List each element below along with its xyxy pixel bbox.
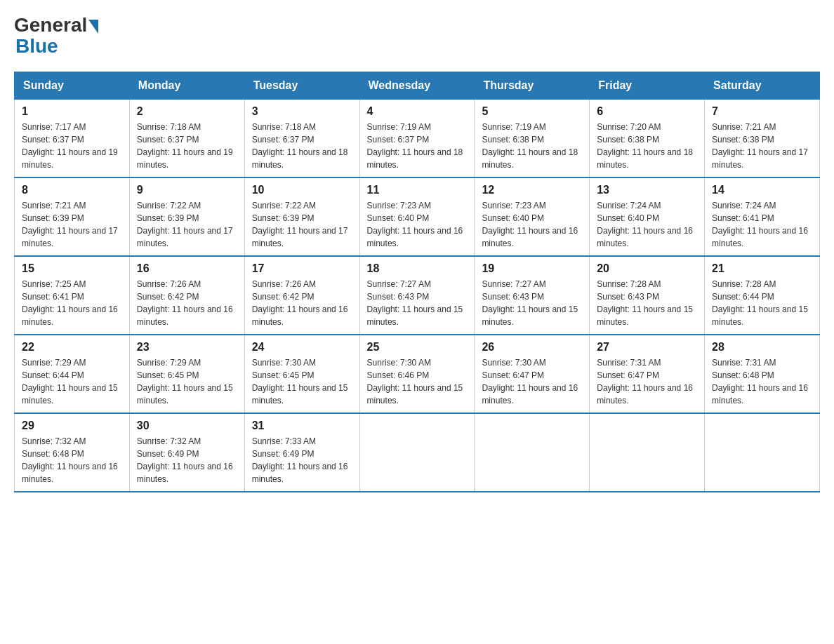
- day-info: Sunrise: 7:29 AMSunset: 6:44 PMDaylight:…: [22, 356, 122, 407]
- day-info: Sunrise: 7:17 AMSunset: 6:37 PMDaylight:…: [22, 121, 122, 171]
- calendar-table: SundayMondayTuesdayWednesdayThursdayFrid…: [14, 72, 820, 492]
- day-number: 4: [367, 105, 468, 118]
- calendar-cell: [590, 413, 705, 492]
- calendar-cell: 30Sunrise: 7:32 AMSunset: 6:49 PMDayligh…: [129, 413, 244, 492]
- day-info: Sunrise: 7:30 AMSunset: 6:45 PMDaylight:…: [252, 356, 352, 407]
- day-number: 12: [482, 184, 582, 196]
- calendar-cell: 3Sunrise: 7:18 AMSunset: 6:37 PMDaylight…: [244, 100, 359, 178]
- header-monday: Monday: [129, 72, 244, 100]
- calendar-cell: 24Sunrise: 7:30 AMSunset: 6:45 PMDayligh…: [244, 335, 359, 413]
- calendar-cell: 27Sunrise: 7:31 AMSunset: 6:47 PMDayligh…: [590, 335, 705, 413]
- calendar-cell: 19Sunrise: 7:27 AMSunset: 6:43 PMDayligh…: [475, 256, 590, 335]
- header-sunday: Sunday: [15, 72, 130, 100]
- calendar-cell: 23Sunrise: 7:29 AMSunset: 6:45 PMDayligh…: [129, 335, 244, 413]
- day-number: 29: [22, 420, 122, 432]
- calendar-cell: 4Sunrise: 7:19 AMSunset: 6:37 PMDaylight…: [359, 100, 475, 178]
- calendar-cell: 15Sunrise: 7:25 AMSunset: 6:41 PMDayligh…: [15, 256, 130, 335]
- header-saturday: Saturday: [705, 72, 820, 100]
- day-number: 15: [22, 262, 122, 275]
- calendar-cell: 13Sunrise: 7:24 AMSunset: 6:40 PMDayligh…: [590, 177, 705, 256]
- header-friday: Friday: [590, 72, 705, 100]
- header-thursday: Thursday: [475, 72, 590, 100]
- calendar-cell: 25Sunrise: 7:30 AMSunset: 6:46 PMDayligh…: [359, 335, 475, 413]
- day-number: 23: [137, 341, 237, 354]
- logo-arrow-icon: [88, 20, 98, 34]
- day-number: 25: [367, 341, 468, 354]
- day-number: 13: [597, 184, 697, 196]
- calendar-week-row: 15Sunrise: 7:25 AMSunset: 6:41 PMDayligh…: [15, 256, 820, 335]
- day-number: 6: [597, 105, 697, 118]
- day-info: Sunrise: 7:26 AMSunset: 6:42 PMDaylight:…: [137, 278, 237, 328]
- day-info: Sunrise: 7:32 AMSunset: 6:48 PMDaylight:…: [22, 435, 122, 485]
- day-number: 17: [252, 262, 352, 275]
- day-info: Sunrise: 7:33 AMSunset: 6:49 PMDaylight:…: [252, 435, 352, 485]
- calendar-week-row: 22Sunrise: 7:29 AMSunset: 6:44 PMDayligh…: [15, 335, 820, 413]
- day-info: Sunrise: 7:18 AMSunset: 6:37 PMDaylight:…: [252, 121, 352, 171]
- calendar-cell: 2Sunrise: 7:18 AMSunset: 6:37 PMDaylight…: [129, 100, 244, 178]
- day-info: Sunrise: 7:32 AMSunset: 6:49 PMDaylight:…: [137, 435, 237, 485]
- calendar-cell: 18Sunrise: 7:27 AMSunset: 6:43 PMDayligh…: [359, 256, 475, 335]
- day-info: Sunrise: 7:29 AMSunset: 6:45 PMDaylight:…: [137, 356, 237, 407]
- day-number: 27: [597, 341, 697, 354]
- day-info: Sunrise: 7:31 AMSunset: 6:47 PMDaylight:…: [597, 356, 697, 407]
- calendar-cell: 26Sunrise: 7:30 AMSunset: 6:47 PMDayligh…: [475, 335, 590, 413]
- calendar-cell: 16Sunrise: 7:26 AMSunset: 6:42 PMDayligh…: [129, 256, 244, 335]
- calendar-cell: 12Sunrise: 7:23 AMSunset: 6:40 PMDayligh…: [475, 177, 590, 256]
- day-number: 5: [482, 105, 582, 118]
- day-number: 28: [712, 341, 812, 354]
- logo: General Blue: [14, 14, 98, 58]
- calendar-cell: 31Sunrise: 7:33 AMSunset: 6:49 PMDayligh…: [244, 413, 359, 492]
- day-number: 9: [137, 184, 237, 196]
- day-info: Sunrise: 7:30 AMSunset: 6:46 PMDaylight:…: [367, 356, 468, 407]
- day-number: 22: [22, 341, 122, 354]
- day-number: 26: [482, 341, 582, 354]
- day-number: 2: [137, 105, 237, 118]
- calendar-cell: 9Sunrise: 7:22 AMSunset: 6:39 PMDaylight…: [129, 177, 244, 256]
- day-number: 8: [22, 184, 122, 196]
- day-number: 20: [597, 262, 697, 275]
- day-info: Sunrise: 7:18 AMSunset: 6:37 PMDaylight:…: [137, 121, 237, 171]
- logo-blue-text: Blue: [15, 35, 58, 58]
- day-info: Sunrise: 7:23 AMSunset: 6:40 PMDaylight:…: [482, 199, 582, 250]
- logo-general-text: General: [14, 14, 87, 36]
- calendar-cell: 10Sunrise: 7:22 AMSunset: 6:39 PMDayligh…: [244, 177, 359, 256]
- day-number: 16: [137, 262, 237, 275]
- calendar-cell: 6Sunrise: 7:20 AMSunset: 6:38 PMDaylight…: [590, 100, 705, 178]
- day-info: Sunrise: 7:26 AMSunset: 6:42 PMDaylight:…: [252, 278, 352, 328]
- day-info: Sunrise: 7:20 AMSunset: 6:38 PMDaylight:…: [597, 121, 697, 171]
- day-info: Sunrise: 7:25 AMSunset: 6:41 PMDaylight:…: [22, 278, 122, 328]
- day-info: Sunrise: 7:23 AMSunset: 6:40 PMDaylight:…: [367, 199, 468, 250]
- day-info: Sunrise: 7:30 AMSunset: 6:47 PMDaylight:…: [482, 356, 582, 407]
- day-number: 10: [252, 184, 352, 196]
- day-number: 3: [252, 105, 352, 118]
- header-tuesday: Tuesday: [244, 72, 359, 100]
- day-info: Sunrise: 7:28 AMSunset: 6:43 PMDaylight:…: [597, 278, 697, 328]
- page-header: General Blue: [14, 14, 820, 58]
- calendar-cell: 17Sunrise: 7:26 AMSunset: 6:42 PMDayligh…: [244, 256, 359, 335]
- calendar-cell: 29Sunrise: 7:32 AMSunset: 6:48 PMDayligh…: [15, 413, 130, 492]
- day-info: Sunrise: 7:22 AMSunset: 6:39 PMDaylight:…: [137, 199, 237, 250]
- day-info: Sunrise: 7:27 AMSunset: 6:43 PMDaylight:…: [367, 278, 468, 328]
- calendar-cell: [475, 413, 590, 492]
- day-number: 19: [482, 262, 582, 275]
- calendar-cell: 21Sunrise: 7:28 AMSunset: 6:44 PMDayligh…: [705, 256, 820, 335]
- day-info: Sunrise: 7:31 AMSunset: 6:48 PMDaylight:…: [712, 356, 812, 407]
- day-number: 11: [367, 184, 468, 196]
- calendar-cell: 7Sunrise: 7:21 AMSunset: 6:38 PMDaylight…: [705, 100, 820, 178]
- calendar-cell: [705, 413, 820, 492]
- calendar-cell: 28Sunrise: 7:31 AMSunset: 6:48 PMDayligh…: [705, 335, 820, 413]
- day-info: Sunrise: 7:24 AMSunset: 6:40 PMDaylight:…: [597, 199, 697, 250]
- day-number: 24: [252, 341, 352, 354]
- day-info: Sunrise: 7:27 AMSunset: 6:43 PMDaylight:…: [482, 278, 582, 328]
- day-info: Sunrise: 7:21 AMSunset: 6:39 PMDaylight:…: [22, 199, 122, 250]
- calendar-header-row: SundayMondayTuesdayWednesdayThursdayFrid…: [15, 72, 820, 100]
- day-number: 21: [712, 262, 812, 275]
- day-info: Sunrise: 7:24 AMSunset: 6:41 PMDaylight:…: [712, 199, 812, 250]
- day-info: Sunrise: 7:19 AMSunset: 6:37 PMDaylight:…: [367, 121, 468, 171]
- calendar-week-row: 1Sunrise: 7:17 AMSunset: 6:37 PMDaylight…: [15, 100, 820, 178]
- day-info: Sunrise: 7:21 AMSunset: 6:38 PMDaylight:…: [712, 121, 812, 171]
- day-number: 7: [712, 105, 812, 118]
- calendar-cell: 11Sunrise: 7:23 AMSunset: 6:40 PMDayligh…: [359, 177, 475, 256]
- day-info: Sunrise: 7:28 AMSunset: 6:44 PMDaylight:…: [712, 278, 812, 328]
- header-wednesday: Wednesday: [359, 72, 475, 100]
